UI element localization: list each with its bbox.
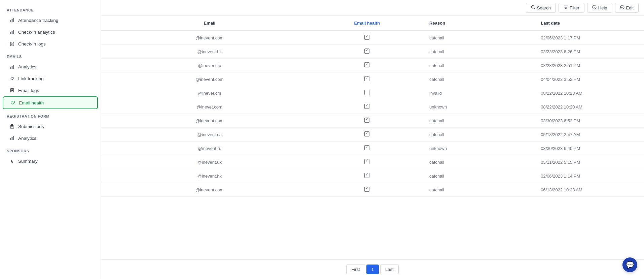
sidebar-item-label-check-in-logs: Check-in logs <box>18 41 46 46</box>
health-checkbox-7 <box>364 131 369 136</box>
help-label: Help <box>598 5 607 10</box>
sidebar-item-label-reg-analytics: Analytics <box>18 136 36 141</box>
table-row: @inevent.comcatchall03/30/2023 6:53 PM <box>101 114 644 128</box>
chat-bubble[interactable]: 💬 <box>622 257 637 272</box>
clipboard-icon <box>9 41 15 46</box>
email-health-table: Email Email health Reason Last date @ine… <box>101 16 644 197</box>
cell-health-0 <box>318 31 416 45</box>
edit-label: Edit <box>626 5 634 10</box>
table-row: @inevet.cminvalid08/22/2022 10:23 AM <box>101 86 644 100</box>
cell-health-9 <box>318 155 416 169</box>
sidebar-item-check-in-logs[interactable]: Check-in logs <box>3 38 98 50</box>
bar-chart-icon <box>9 29 15 35</box>
bar-chart-icon <box>9 64 15 69</box>
cell-health-4 <box>318 86 416 100</box>
cell-reason-8: unknown <box>416 142 535 155</box>
svg-rect-0 <box>10 20 11 22</box>
table-row: @inevent.ruunknown03/30/2023 6:40 PM <box>101 142 644 155</box>
cell-email-10: @inevent.hk <box>101 169 318 183</box>
table-header: Email Email health Reason Last date <box>101 16 644 31</box>
filter-button[interactable]: Filter <box>559 3 584 13</box>
table-row: @inevent.ukcatchall05/11/2022 5:15 PM <box>101 155 644 169</box>
cell-email-7: @inevent.ca <box>101 128 318 142</box>
cell-health-8 <box>318 142 416 155</box>
sidebar-item-submissions[interactable]: Submissions <box>3 121 98 132</box>
col-header-email: Email <box>101 16 318 31</box>
sidebar-item-link-tracking[interactable]: Link tracking <box>3 73 98 84</box>
sidebar-section-attendance: ATTENDANCE <box>0 3 101 14</box>
first-page-button[interactable]: First <box>346 265 365 274</box>
health-checkbox-11 <box>364 187 369 192</box>
link-icon <box>9 76 15 81</box>
filter-label: Filter <box>570 5 579 10</box>
sidebar-item-email-logs[interactable]: Email logs <box>3 85 98 96</box>
cell-email-0: @inevent.com <box>101 31 318 45</box>
cell-date-6: 03/30/2023 6:53 PM <box>535 114 644 128</box>
health-checkbox-2 <box>364 62 369 67</box>
cell-health-6 <box>318 114 416 128</box>
cell-health-3 <box>318 72 416 86</box>
sidebar-item-summary[interactable]: €Summary <box>3 155 98 167</box>
sidebar-item-attendance-tracking[interactable]: Attendance tracking <box>3 14 98 26</box>
cell-email-9: @inevent.uk <box>101 155 318 169</box>
sidebar-item-label-email-health: Email health <box>19 100 44 105</box>
cell-health-1 <box>318 45 416 59</box>
table-row: @inevent.jpcatchall03/23/2023 2:51 PM <box>101 59 644 72</box>
search-button[interactable]: Search <box>526 3 556 13</box>
bar-chart-icon <box>9 135 15 141</box>
health-checkbox-5 <box>364 104 369 109</box>
sidebar-item-check-in-analytics[interactable]: Check-in analytics <box>3 26 98 38</box>
health-checkbox-4 <box>364 90 369 95</box>
cell-date-3: 04/04/2023 3:52 PM <box>535 72 644 86</box>
cell-reason-0: catchall <box>416 31 535 45</box>
cell-health-10 <box>318 169 416 183</box>
svg-rect-1 <box>12 19 13 22</box>
table-row: @inevent.hkcatchall03/23/2023 6:26 PM <box>101 45 644 59</box>
cell-date-9: 05/11/2022 5:15 PM <box>535 155 644 169</box>
cell-reason-3: catchall <box>416 72 535 86</box>
sidebar-item-label-summary: Summary <box>18 159 38 164</box>
health-checkbox-3 <box>364 76 369 81</box>
health-checkbox-10 <box>364 173 369 178</box>
table-row: @inevent.comcatchall06/13/2022 10:33 AM <box>101 183 644 197</box>
cell-email-11: @inevent.com <box>101 183 318 197</box>
sidebar-item-reg-analytics[interactable]: Analytics <box>3 132 98 144</box>
sidebar-item-label-link-tracking: Link tracking <box>18 76 44 81</box>
svg-line-25 <box>534 8 535 9</box>
file-icon <box>9 88 15 93</box>
page-1-button[interactable]: 1 <box>366 265 379 274</box>
cell-date-0: 02/06/2023 1:17 PM <box>535 31 644 45</box>
sidebar-item-email-health[interactable]: Email health <box>3 96 98 109</box>
svg-rect-22 <box>12 137 13 140</box>
col-header-health: Email health <box>318 16 416 31</box>
sidebar-item-label-email-logs: Email logs <box>18 88 39 93</box>
col-header-date: Last date <box>535 16 644 31</box>
sidebar-item-analytics[interactable]: Analytics <box>3 61 98 72</box>
cell-date-8: 03/30/2023 6:40 PM <box>535 142 644 155</box>
last-page-button[interactable]: Last <box>380 265 399 274</box>
cell-reason-11: catchall <box>416 183 535 197</box>
cell-date-5: 08/22/2022 10:20 AM <box>535 100 644 114</box>
table-row: @inevent.comcatchall02/06/2023 1:17 PM <box>101 31 644 45</box>
table-body: @inevent.comcatchall02/06/2023 1:17 PM@i… <box>101 31 644 197</box>
cell-health-7 <box>318 128 416 142</box>
cell-health-11 <box>318 183 416 197</box>
bar-chart-icon <box>9 18 15 23</box>
cell-email-4: @inevet.cm <box>101 86 318 100</box>
svg-text:?: ? <box>594 6 595 9</box>
health-checkbox-8 <box>364 145 369 150</box>
cell-email-6: @inevent.com <box>101 114 318 128</box>
cell-reason-9: catchall <box>416 155 535 169</box>
edit-button[interactable]: Edit <box>615 3 639 13</box>
edit-icon <box>620 5 624 10</box>
health-checkbox-1 <box>364 49 369 54</box>
svg-rect-18 <box>11 125 13 126</box>
cell-date-2: 03/23/2023 2:51 PM <box>535 59 644 72</box>
help-button[interactable]: ?Help <box>587 3 612 13</box>
svg-rect-10 <box>10 67 11 69</box>
svg-rect-12 <box>13 65 14 69</box>
table-container: Email Email health Reason Last date @ine… <box>101 16 644 259</box>
health-checkbox-9 <box>364 159 369 164</box>
help-icon: ? <box>592 5 597 10</box>
cell-email-5: @inevet.com <box>101 100 318 114</box>
